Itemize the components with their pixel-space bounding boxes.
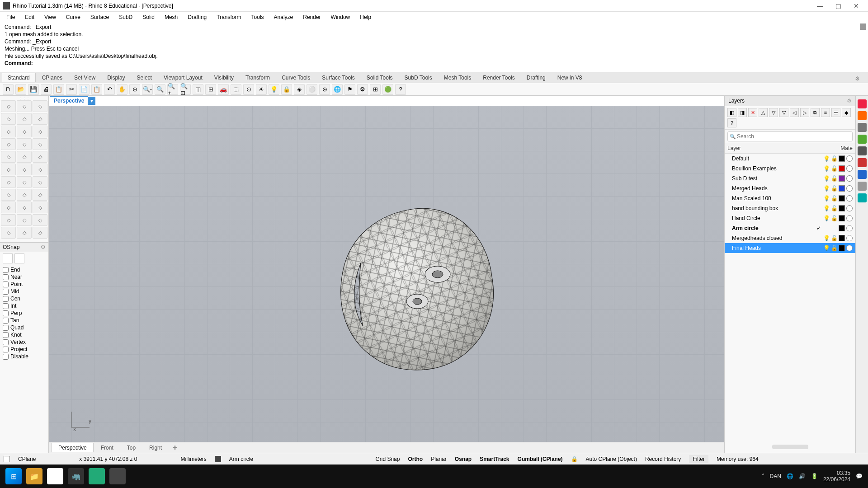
tool-button-7[interactable]: ◇ [17, 126, 32, 137]
layer-row[interactable]: Sub D test💡🔓 [725, 174, 855, 183]
tool-button-30[interactable]: ◇ [1, 227, 16, 239]
toolbar-tab-visibility[interactable]: Visibility [209, 73, 239, 82]
tool-button-3[interactable]: ◇ [1, 113, 16, 125]
minimize-button[interactable]: — [814, 2, 826, 9]
menu-curve[interactable]: Curve [61, 13, 85, 21]
menu-analyze[interactable]: Analyze [269, 13, 298, 21]
osnap-int[interactable]: Int [3, 302, 46, 310]
status-toggle-osnap[interactable]: Osnap [455, 456, 472, 462]
tool-button-29[interactable]: ◇ [33, 214, 47, 226]
layer-row[interactable]: Man Scaled 100💡🔓 [725, 193, 855, 203]
toolbar-tab-subd-tools[interactable]: SubD Tools [399, 73, 438, 82]
maximize-button[interactable]: ▢ [832, 2, 844, 9]
toolbar-button-28[interactable]: ⚙ [357, 84, 368, 95]
tray-language[interactable]: DAN [770, 473, 781, 479]
toolbar-button-23[interactable]: ◈ [294, 84, 305, 95]
layer-material-swatch[interactable] [846, 165, 853, 172]
osnap-checkbox-knot[interactable] [3, 332, 9, 338]
toolbar-tab-new-in-v8[interactable]: New in V8 [552, 73, 588, 82]
toolbar-button-5[interactable]: ✂ [66, 84, 77, 95]
tool-button-25[interactable]: ◇ [17, 202, 32, 213]
toolbar-button-11[interactable]: 🔍- [142, 84, 153, 95]
tray-network-icon[interactable]: 🌐 [787, 473, 793, 479]
osnap-perp[interactable]: Perp [3, 310, 46, 317]
layer-color-swatch[interactable] [839, 215, 845, 221]
tray-chevron-icon[interactable]: ˄ [762, 473, 764, 479]
menu-window[interactable]: Window [326, 13, 355, 21]
toolbar-button-6[interactable]: 📄 [79, 84, 90, 95]
layer-row[interactable]: Final Heads💡🔓 [725, 243, 855, 253]
osnap-checkbox-disable[interactable] [3, 354, 9, 360]
menu-render[interactable]: Render [298, 13, 325, 21]
tool-button-15[interactable]: ◇ [1, 164, 16, 175]
layer-toolbar-button-12[interactable]: ? [727, 118, 736, 127]
osnap-cen[interactable]: Cen [3, 295, 46, 302]
tool-button-23[interactable]: ◇ [33, 189, 47, 201]
osnap-tan[interactable]: Tan [3, 317, 46, 324]
toolbar-button-19[interactable]: ⊙ [243, 84, 254, 95]
osnap-near[interactable]: Near [3, 273, 46, 281]
layer-row[interactable]: Merged Heads💡🔓 [725, 183, 855, 193]
toolbar-tab-mesh-tools[interactable]: Mesh Tools [439, 73, 476, 82]
viewport-tab-front[interactable]: Front [94, 443, 120, 452]
command-options-icon[interactable] [860, 23, 866, 30]
menu-file[interactable]: File [2, 13, 19, 21]
toolbar-button-20[interactable]: ☀ [256, 84, 267, 95]
toolbar-tab-cplanes[interactable]: CPlanes [37, 73, 68, 82]
osnap-settings-icon[interactable]: ⚙ [41, 244, 46, 250]
tool-button-28[interactable]: ◇ [17, 214, 32, 226]
tool-button-4[interactable]: ◇ [17, 113, 32, 125]
tool-button-20[interactable]: ◇ [33, 176, 47, 188]
menu-drafting[interactable]: Drafting [183, 13, 211, 21]
tray-battery-icon[interactable]: 🔋 [811, 473, 818, 479]
layer-toolbar-button-2[interactable]: ✕ [748, 108, 757, 117]
toolbar-button-29[interactable]: ⊞ [370, 84, 381, 95]
tool-button-22[interactable]: ◇ [17, 189, 32, 201]
layer-visibility-icon[interactable]: 💡 [823, 155, 830, 162]
toolbar-button-12[interactable]: 🔍 [155, 84, 165, 95]
menu-edit[interactable]: Edit [20, 13, 39, 21]
layer-row[interactable]: Hand Circle💡🔓 [725, 213, 855, 223]
layer-row[interactable]: Boullion Examples💡🔓 [725, 164, 855, 174]
toolbar-button-7[interactable]: 📋 [91, 84, 102, 95]
viewport-tab-top[interactable]: Top [121, 443, 142, 452]
status-cplane[interactable]: CPlane [18, 456, 36, 462]
tool-button-27[interactable]: ◇ [1, 214, 16, 226]
status-record-history[interactable]: Record History [645, 456, 681, 462]
tool-button-21[interactable]: ◇ [1, 189, 16, 201]
layer-lock-icon[interactable]: 🔓 [831, 195, 837, 202]
sidebar-tab-9[interactable] [858, 193, 867, 202]
osnap-project[interactable]: Project [3, 346, 46, 353]
toolbar-tab-viewport-layout[interactable]: Viewport Layout [158, 73, 208, 82]
layer-color-swatch[interactable] [839, 185, 845, 192]
layer-color-swatch[interactable] [839, 175, 845, 182]
toolbar-button-13[interactable]: 🔍+ [167, 84, 178, 95]
toolbar-button-18[interactable]: ⬚ [231, 84, 241, 95]
tool-button-18[interactable]: ◇ [1, 176, 16, 188]
tool-button-0[interactable]: ◇ [1, 100, 16, 112]
tool-button-10[interactable]: ◇ [17, 138, 32, 150]
osnap-checkbox-tan[interactable] [3, 318, 9, 324]
toolbar-button-21[interactable]: 💡 [269, 84, 279, 95]
viewport-title[interactable]: Perspective [50, 96, 88, 105]
toolbar-button-14[interactable]: 🔍⊡ [180, 84, 191, 95]
toolbar-settings-icon[interactable]: ⚙ [849, 74, 865, 83]
status-toggle-smarttrack[interactable]: SmartTrack [480, 456, 509, 462]
menu-mesh[interactable]: Mesh [160, 13, 182, 21]
layer-toolbar-button-8[interactable]: ⧉ [811, 108, 820, 117]
toolbar-button-2[interactable]: 💾 [28, 84, 39, 95]
toolbar-button-15[interactable]: ◫ [193, 84, 203, 95]
taskbar-app-icon-1[interactable] [89, 468, 105, 484]
tool-button-12[interactable]: ◇ [1, 151, 16, 163]
layer-color-swatch[interactable] [839, 165, 845, 172]
status-filter[interactable]: Filter [689, 455, 708, 463]
tool-button-5[interactable]: ◇ [33, 113, 47, 125]
mesh-object[interactable] [320, 195, 510, 376]
toolbar-tab-drafting[interactable]: Drafting [521, 73, 551, 82]
osnap-checkbox-perp[interactable] [3, 310, 9, 316]
viewport-tab-perspective[interactable]: Perspective [52, 443, 94, 452]
layer-row[interactable]: Mergedheads closed💡🔓 [725, 233, 855, 243]
tool-button-32[interactable]: ◇ [33, 227, 47, 239]
layer-lock-icon[interactable]: 🔓 [831, 185, 837, 192]
toolbar-tab-display[interactable]: Display [102, 73, 130, 82]
